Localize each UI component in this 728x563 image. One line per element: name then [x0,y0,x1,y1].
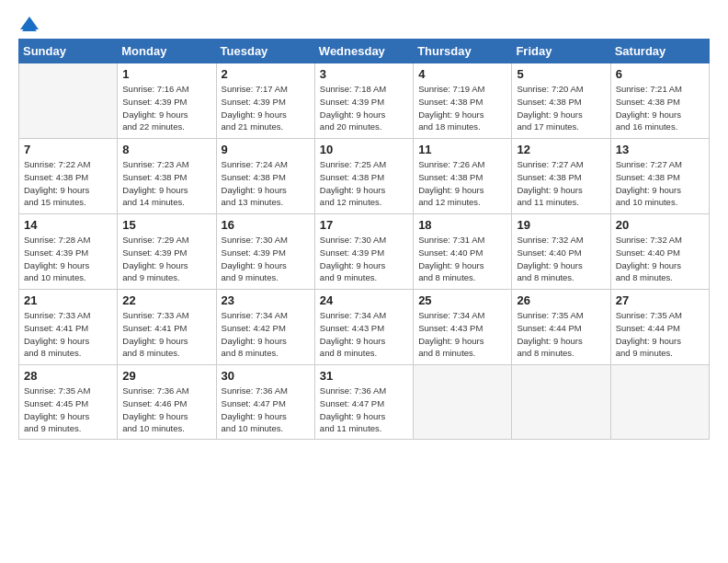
day-number: 10 [320,143,408,156]
day-cell: 10Sunrise: 7:25 AM Sunset: 4:38 PM Dayli… [314,139,413,214]
week-row-2: 14Sunrise: 7:28 AM Sunset: 4:39 PM Dayli… [19,214,710,290]
day-cell: 19Sunrise: 7:32 AM Sunset: 4:40 PM Dayli… [512,214,610,290]
day-number: 15 [122,218,210,232]
day-number: 23 [222,293,310,307]
day-number: 1 [122,67,210,81]
day-cell: 26Sunrise: 7:35 AM Sunset: 4:44 PM Dayli… [512,290,610,365]
day-cell [610,365,709,440]
weekday-wednesday: Wednesday [314,40,413,63]
day-info: Sunrise: 7:34 AM Sunset: 4:42 PM Dayligh… [222,309,310,360]
day-cell: 4Sunrise: 7:19 AM Sunset: 4:38 PM Daylig… [414,63,512,139]
day-cell: 1Sunrise: 7:16 AM Sunset: 4:39 PM Daylig… [118,63,216,139]
weekday-header-row: SundayMondayTuesdayWednesdayThursdayFrid… [19,40,710,63]
day-cell: 27Sunrise: 7:35 AM Sunset: 4:44 PM Dayli… [610,290,709,365]
day-cell: 9Sunrise: 7:24 AM Sunset: 4:38 PM Daylig… [216,139,314,214]
logo-icon [20,17,39,31]
day-info: Sunrise: 7:26 AM Sunset: 4:38 PM Dayligh… [418,158,506,209]
day-number: 22 [122,293,210,307]
day-cell: 5Sunrise: 7:20 AM Sunset: 4:38 PM Daylig… [512,63,610,139]
day-cell [414,365,512,440]
day-info: Sunrise: 7:16 AM Sunset: 4:39 PM Dayligh… [122,83,210,133]
day-info: Sunrise: 7:34 AM Sunset: 4:43 PM Dayligh… [320,309,408,360]
day-number: 24 [320,293,408,307]
day-number: 28 [24,369,112,383]
day-number: 17 [320,218,408,232]
day-cell [19,63,118,139]
calendar: SundayMondayTuesdayWednesdayThursdayFrid… [18,39,710,440]
day-info: Sunrise: 7:35 AM Sunset: 4:44 PM Dayligh… [517,309,605,360]
day-cell: 12Sunrise: 7:27 AM Sunset: 4:38 PM Dayli… [512,139,610,214]
day-info: Sunrise: 7:36 AM Sunset: 4:47 PM Dayligh… [320,385,408,435]
day-number: 19 [517,218,605,232]
week-row-4: 28Sunrise: 7:35 AM Sunset: 4:45 PM Dayli… [19,365,710,440]
day-number: 30 [222,369,310,383]
weekday-tuesday: Tuesday [216,40,314,63]
day-cell: 3Sunrise: 7:18 AM Sunset: 4:39 PM Daylig… [314,63,413,139]
day-info: Sunrise: 7:27 AM Sunset: 4:38 PM Dayligh… [616,158,704,209]
day-cell: 11Sunrise: 7:26 AM Sunset: 4:38 PM Dayli… [414,139,512,214]
day-info: Sunrise: 7:20 AM Sunset: 4:38 PM Dayligh… [517,83,605,133]
day-info: Sunrise: 7:28 AM Sunset: 4:39 PM Dayligh… [24,234,112,284]
page: SundayMondayTuesdayWednesdayThursdayFrid… [0,0,728,563]
day-cell: 17Sunrise: 7:30 AM Sunset: 4:39 PM Dayli… [314,214,413,290]
day-cell: 30Sunrise: 7:36 AM Sunset: 4:47 PM Dayli… [216,365,314,440]
day-info: Sunrise: 7:30 AM Sunset: 4:39 PM Dayligh… [222,234,310,284]
day-info: Sunrise: 7:21 AM Sunset: 4:38 PM Dayligh… [616,83,704,133]
day-number: 16 [222,218,310,232]
day-number: 7 [24,143,112,156]
day-number: 25 [418,293,506,307]
day-cell: 7Sunrise: 7:22 AM Sunset: 4:38 PM Daylig… [19,139,118,214]
day-info: Sunrise: 7:17 AM Sunset: 4:39 PM Dayligh… [222,83,310,133]
week-row-3: 21Sunrise: 7:33 AM Sunset: 4:41 PM Dayli… [19,290,710,365]
day-info: Sunrise: 7:34 AM Sunset: 4:43 PM Dayligh… [418,309,506,360]
day-number: 4 [418,67,506,81]
day-number: 3 [320,67,408,81]
day-info: Sunrise: 7:36 AM Sunset: 4:46 PM Dayligh… [122,385,210,435]
day-cell: 13Sunrise: 7:27 AM Sunset: 4:38 PM Dayli… [610,139,709,214]
day-info: Sunrise: 7:18 AM Sunset: 4:39 PM Dayligh… [320,83,408,133]
day-number: 26 [517,293,605,307]
day-info: Sunrise: 7:23 AM Sunset: 4:38 PM Dayligh… [122,158,210,209]
day-info: Sunrise: 7:27 AM Sunset: 4:38 PM Dayligh… [517,158,605,209]
day-cell: 24Sunrise: 7:34 AM Sunset: 4:43 PM Dayli… [314,290,413,365]
day-number: 11 [418,143,506,156]
weekday-thursday: Thursday [414,40,512,63]
header [18,15,710,28]
day-info: Sunrise: 7:33 AM Sunset: 4:41 PM Dayligh… [122,309,210,360]
day-number: 18 [418,218,506,232]
day-info: Sunrise: 7:35 AM Sunset: 4:45 PM Dayligh… [24,385,112,435]
day-number: 29 [122,369,210,383]
day-cell: 22Sunrise: 7:33 AM Sunset: 4:41 PM Dayli… [118,290,216,365]
day-cell: 16Sunrise: 7:30 AM Sunset: 4:39 PM Dayli… [216,214,314,290]
week-row-0: 1Sunrise: 7:16 AM Sunset: 4:39 PM Daylig… [19,63,710,139]
logo [18,15,39,28]
day-number: 2 [222,67,310,81]
day-number: 14 [24,218,112,232]
day-info: Sunrise: 7:30 AM Sunset: 4:39 PM Dayligh… [320,234,408,284]
day-cell: 2Sunrise: 7:17 AM Sunset: 4:39 PM Daylig… [216,63,314,139]
day-cell: 18Sunrise: 7:31 AM Sunset: 4:40 PM Dayli… [414,214,512,290]
day-cell: 8Sunrise: 7:23 AM Sunset: 4:38 PM Daylig… [118,139,216,214]
weekday-saturday: Saturday [610,40,709,63]
day-info: Sunrise: 7:33 AM Sunset: 4:41 PM Dayligh… [24,309,112,360]
day-number: 21 [24,293,112,307]
day-info: Sunrise: 7:31 AM Sunset: 4:40 PM Dayligh… [418,234,506,284]
day-cell: 20Sunrise: 7:32 AM Sunset: 4:40 PM Dayli… [610,214,709,290]
day-info: Sunrise: 7:32 AM Sunset: 4:40 PM Dayligh… [616,234,704,284]
day-cell: 15Sunrise: 7:29 AM Sunset: 4:39 PM Dayli… [118,214,216,290]
day-cell: 14Sunrise: 7:28 AM Sunset: 4:39 PM Dayli… [19,214,118,290]
day-number: 8 [122,143,210,156]
day-info: Sunrise: 7:22 AM Sunset: 4:38 PM Dayligh… [24,158,112,209]
weekday-monday: Monday [118,40,216,63]
day-number: 9 [222,143,310,156]
day-cell: 28Sunrise: 7:35 AM Sunset: 4:45 PM Dayli… [19,365,118,440]
day-info: Sunrise: 7:32 AM Sunset: 4:40 PM Dayligh… [517,234,605,284]
day-cell: 29Sunrise: 7:36 AM Sunset: 4:46 PM Dayli… [118,365,216,440]
weekday-friday: Friday [512,40,610,63]
day-cell: 21Sunrise: 7:33 AM Sunset: 4:41 PM Dayli… [19,290,118,365]
day-info: Sunrise: 7:25 AM Sunset: 4:38 PM Dayligh… [320,158,408,209]
day-cell: 6Sunrise: 7:21 AM Sunset: 4:38 PM Daylig… [610,63,709,139]
day-number: 13 [616,143,704,156]
day-info: Sunrise: 7:36 AM Sunset: 4:47 PM Dayligh… [222,385,310,435]
day-number: 20 [616,218,704,232]
